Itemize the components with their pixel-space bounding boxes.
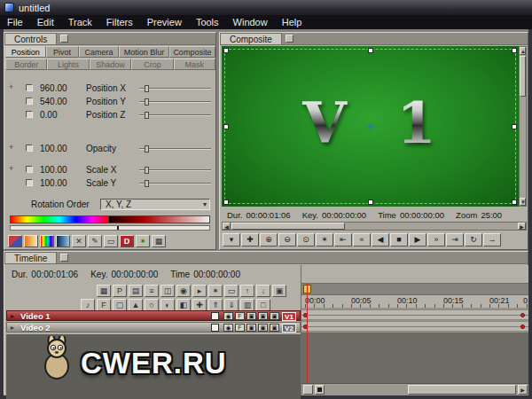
tab-camera[interactable]: Camera <box>79 46 120 58</box>
render-preview-button[interactable]: → <box>483 233 501 246</box>
raise-icon[interactable]: ⇑ <box>208 299 223 311</box>
property-slider[interactable] <box>139 148 211 150</box>
tab-scroll-button[interactable] <box>60 35 68 43</box>
marker-strip[interactable] <box>10 225 210 231</box>
solo-icon[interactable]: ▣ <box>246 324 256 332</box>
lighting-toggle-button[interactable]: ✶ <box>316 233 333 246</box>
next-second-button[interactable]: » <box>427 233 445 246</box>
render-icon[interactable]: D <box>120 235 134 247</box>
columns-icon[interactable]: ◫ <box>160 285 175 297</box>
effects-icon[interactable]: F <box>235 312 245 320</box>
menu-item-track[interactable]: Track <box>61 16 99 28</box>
tab-pivot[interactable]: Pivot <box>46 46 79 58</box>
marker-mode-button[interactable] <box>315 385 325 395</box>
tab-mask[interactable]: Mask <box>174 59 215 70</box>
property-slider[interactable] <box>139 114 211 116</box>
effects-icon[interactable]: F <box>235 324 245 332</box>
tab-controls[interactable]: Controls <box>4 33 57 44</box>
audio-icon[interactable]: ♪ <box>81 299 95 311</box>
shade-icon[interactable]: ◐ <box>160 299 175 311</box>
track-lane-video-1[interactable] <box>301 309 528 320</box>
prev-second-button[interactable]: « <box>353 233 371 246</box>
selection-handle-e[interactable] <box>512 124 517 129</box>
value-gradient-strip[interactable] <box>109 215 210 223</box>
pattern-icon[interactable]: ▥ <box>240 299 254 311</box>
camera-icon[interactable]: ◉ <box>176 285 191 297</box>
eyedropper-icon[interactable]: ✎ <box>88 235 102 247</box>
cube-icon[interactable]: ▢ <box>113 299 127 311</box>
mode-icon[interactable]: ▣ <box>270 312 279 320</box>
scroll-up-icon[interactable]: ▲ <box>520 47 526 55</box>
gradient-cool-icon[interactable] <box>56 235 70 247</box>
tab-scroll-button[interactable] <box>286 35 293 43</box>
keyframe-checkbox[interactable] <box>26 98 33 105</box>
menu-item-window[interactable]: Window <box>226 16 275 28</box>
timeline-hscrollbar[interactable]: ▶ <box>301 383 528 395</box>
tab-composite-view[interactable]: Composite <box>220 33 282 44</box>
slider-knob[interactable] <box>145 98 149 106</box>
keyframe-icon[interactable]: ◉ <box>223 312 233 320</box>
tab-motion-blur[interactable]: Motion Blur <box>119 46 169 58</box>
viewport-hscrollbar[interactable]: ◀ ▶ <box>222 222 527 231</box>
track-enable-checkbox[interactable] <box>211 312 219 320</box>
keyframe-checkbox[interactable] <box>26 179 33 186</box>
tab-position[interactable]: Position <box>5 46 46 58</box>
menu-item-preview[interactable]: Preview <box>140 16 189 28</box>
zoom-reset-button[interactable]: ⊙ <box>297 233 315 246</box>
menu-item-file[interactable]: File <box>0 16 30 28</box>
property-slider[interactable] <box>139 88 211 90</box>
plugin-icon[interactable]: ✶ <box>136 235 150 247</box>
menu-item-help[interactable]: Help <box>275 16 309 28</box>
timeline-scroll-thumb[interactable] <box>408 385 516 395</box>
move-down-icon[interactable]: ↓ <box>256 285 270 297</box>
properties-icon[interactable]: P <box>113 285 127 297</box>
property-value[interactable]: 960.00 <box>40 83 82 93</box>
cursor-icon[interactable]: ▸ <box>192 285 207 297</box>
tab-border[interactable]: Border <box>5 59 47 70</box>
track-badge[interactable]: V2 <box>282 324 296 332</box>
expander-icon[interactable]: ▸ <box>11 312 14 320</box>
pan-tool-button[interactable]: ✚ <box>241 233 259 246</box>
go-start-button[interactable]: ⇤ <box>334 233 352 246</box>
keyframe-checkbox[interactable] <box>26 145 33 152</box>
track-header-video-2[interactable]: ▸ Video 2 ◉ F ▣ ▣ ▣ V2 <box>6 322 301 332</box>
selection-handle-w[interactable] <box>223 124 229 129</box>
play-button[interactable]: ▶ <box>409 233 426 246</box>
tab-scroll-button[interactable] <box>60 254 68 262</box>
menu-item-edit[interactable]: Edit <box>30 16 61 28</box>
slider-knob[interactable] <box>145 180 149 187</box>
viewport-vscrollbar[interactable]: ▲ ▼ <box>519 46 527 207</box>
mute-icon[interactable]: ▣ <box>258 324 268 332</box>
time-ruler[interactable]: 00:00 00:05 00:10 00:15 00:21 0 <box>301 295 528 308</box>
scroll-left-icon[interactable]: ◀ <box>223 223 231 230</box>
grid-view-icon[interactable]: ▦ <box>97 285 111 297</box>
gradient-rainbow-icon[interactable] <box>40 235 54 247</box>
gradient-warm-icon[interactable] <box>24 235 38 247</box>
slider-knob[interactable] <box>145 85 149 92</box>
zoom-in-button[interactable]: ⊕ <box>260 233 278 246</box>
slider-knob[interactable] <box>145 112 149 119</box>
property-slider[interactable] <box>139 183 211 184</box>
tab-timeline[interactable]: Timeline <box>4 252 57 263</box>
tab-shadow[interactable]: Shadow <box>90 59 131 70</box>
playhead-line[interactable] <box>307 284 308 383</box>
zoom-out-button[interactable]: ⊖ <box>278 233 296 246</box>
composite-viewport[interactable]: V 1 <box>222 46 519 207</box>
loop-button[interactable]: ↻ <box>465 233 482 246</box>
clear-icon[interactable]: ✕ <box>72 235 86 247</box>
selection-handle-se[interactable] <box>512 200 517 205</box>
vscroll-thumb[interactable] <box>520 56 526 97</box>
keyframe-dot[interactable] <box>520 325 525 329</box>
selection-handle-nw[interactable] <box>223 48 229 53</box>
monitor-icon[interactable]: ▭ <box>224 285 239 297</box>
scroll-right-icon[interactable]: ▶ <box>518 385 528 395</box>
scroll-down-icon[interactable]: ▼ <box>520 198 526 206</box>
lower-icon[interactable]: ⇓ <box>224 299 239 311</box>
selection-handle-ne[interactable] <box>512 48 517 53</box>
menu-item-filters[interactable]: Filters <box>99 16 140 28</box>
keyframe-checkbox[interactable] <box>26 166 33 173</box>
scroll-right-icon[interactable]: ▶ <box>518 223 526 230</box>
selection-handle-s[interactable] <box>368 200 373 205</box>
slider-knob[interactable] <box>145 167 149 174</box>
strip-marker[interactable] <box>117 226 119 230</box>
